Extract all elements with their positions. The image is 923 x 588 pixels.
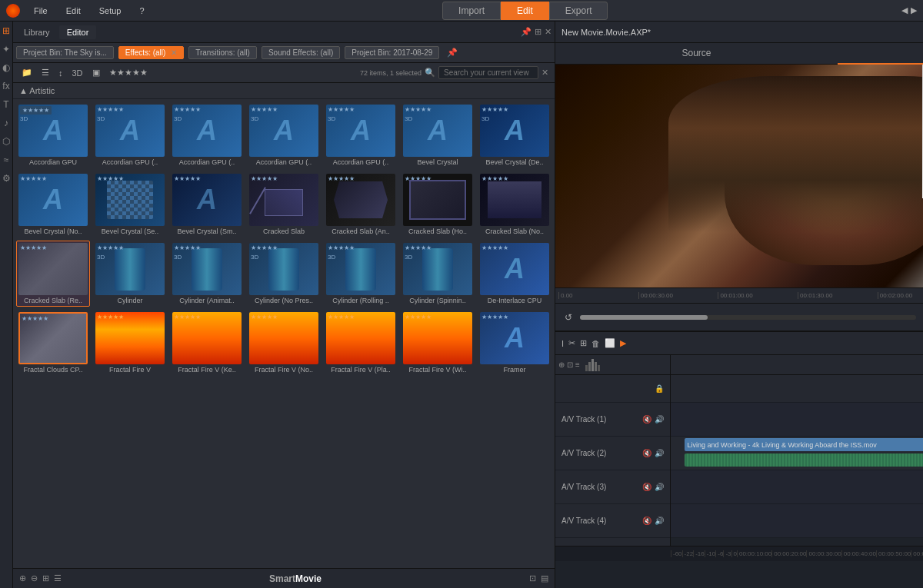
av3-volume-icon[interactable]: 🔊 [655,483,664,491]
effect-cylinder-spinnin[interactable]: ★★★★★ 3D Cylinder (Spinnin.. [401,241,475,307]
add-icon[interactable]: ⊕ [19,573,26,583]
panel-close-icon[interactable]: ✕ [545,27,551,37]
toggle-icon[interactable]: ▣ [90,67,102,78]
tl-tool-2[interactable]: ✂ [568,338,575,348]
av2-volume-icon[interactable]: 🔊 [655,449,664,457]
track-view-icon[interactable]: ≡ [575,360,580,369]
clip-living-video[interactable]: Living and Working - 4k Living & Working… [685,438,923,451]
nav-import[interactable]: Import [442,2,501,20]
effect-cylinder-animat[interactable]: ★★★★★ 3D Cylinder (Animat.. [170,241,244,307]
effect-name: Bevel Crystal (Se.. [95,228,165,235]
tab-editor[interactable]: Editor [59,25,97,39]
av2-mute-icon[interactable]: 🔇 [642,449,651,457]
nav-export[interactable]: Export [549,2,608,20]
menu-edit[interactable]: Edit [62,5,85,17]
nav-edit[interactable]: Edit [501,2,549,20]
effect-deinterlace[interactable]: ★★★★★ A De-Interlace CPU [478,241,551,307]
add-track-icon[interactable]: ⊕ [558,360,565,369]
menu-file[interactable]: File [29,5,52,17]
sort-icon[interactable]: ↕ [56,68,65,78]
effect-name: Cylinder [95,297,165,304]
effect-fractal-fire-3[interactable]: ★★★★★ Fractal Fire V (No.. [247,310,321,376]
av3-mute-icon[interactable]: 🔇 [642,483,651,491]
effect-name: Accordian GPU (.. [249,158,318,166]
effect-cracked-slab[interactable]: ★★★★★ Cracked Slab [247,171,321,238]
effect-framer[interactable]: ★★★★★ A Framer [478,310,551,376]
filter-project-bin[interactable]: Project Bin: The Sky is... [16,46,114,59]
effect-cracked-slab-re[interactable]: ★★★★★ Cracked Slab (Re.. [16,241,90,307]
effect-fractal-fire-5[interactable]: ★★★★★ Fractal Fire V (Wi.. [401,310,475,376]
tl-tool-4[interactable]: 🗑 [591,339,600,348]
effect-cracked-slab-an[interactable]: ★★★★★ Cracked Slab (An.. [324,171,398,238]
menu-help[interactable]: ? [135,5,148,17]
sidebar-fx-icon[interactable]: fx [0,80,12,92]
scrubber[interactable] [580,315,916,320]
menu-setup[interactable]: Setup [95,5,126,17]
sidebar-effects-icon[interactable]: ✦ [0,43,12,55]
sidebar-settings-icon[interactable]: ⚙ [0,172,12,184]
effect-bevel-crystal-no[interactable]: ★★★★★ A Bevel Crystal (No.. [16,171,90,238]
tab-library[interactable]: Library [16,25,58,39]
grid-icon[interactable]: ⊞ [42,573,49,583]
filter-project-bin2[interactable]: Project Bin: 2017-08-29 [345,46,439,59]
effect-bevel-crystal-sm[interactable]: ★★★★★ A Bevel Crystal (Sm.. [170,171,244,238]
clear-search-icon[interactable]: ✕ [541,68,548,78]
filter-pin-icon[interactable]: 📌 [447,48,458,58]
stars-filter[interactable]: ★★★★★ [107,67,150,78]
sidebar-music-icon[interactable]: ♪ [0,117,12,129]
effect-fractal-fire-2[interactable]: ★★★★★ Fractal Fire V (Ke.. [170,310,244,376]
folder-icon[interactable]: 📁 [19,67,35,78]
effect-fractal-fire-1[interactable]: ★★★★★ Fractal Fire V [93,310,167,376]
effect-fractal-clouds[interactable]: ★★★★★ Fractal Clouds CP.. [16,310,90,376]
sidebar-color-icon[interactable]: ◐ [0,61,12,74]
overlay-lock-icon[interactable]: 🔒 [655,384,664,393]
effect-accordian-gpu-4[interactable]: ★★★★★ 3D A Accordian GPU (.. [247,102,321,168]
effect-accordian-gpu-3[interactable]: ★★★★★ 3D A Accordian GPU (.. [170,102,244,168]
effect-bevel-crystal[interactable]: ★★★★★ 3D A Bevel Crystal [401,102,475,168]
av4-mute-icon[interactable]: 🔇 [642,517,651,525]
track-label-av2: A/V Track (2) 🔇 🔊 [555,437,670,470]
sm-icon2[interactable]: ▤ [541,573,548,583]
effect-cylinder-no[interactable]: ★★★★★ 3D Cylinder (No Pres.. [247,241,321,307]
menu-icon[interactable]: ☰ [54,573,62,583]
filter-sound-effects[interactable]: Sound Effects: (all) [262,46,340,59]
sm-icon1[interactable]: ⊡ [529,573,536,583]
effect-fractal-fire-4[interactable]: ★★★★★ Fractal Fire V (Pla.. [324,310,398,376]
av1-mute-icon[interactable]: 🔇 [642,415,651,424]
tab-timeline[interactable]: Timeline [838,43,923,65]
tl-tool-3[interactable]: ⊞ [580,338,587,348]
sidebar-audio-icon[interactable]: ≈ [0,154,12,166]
track-options-icon[interactable]: ⊡ [567,360,573,369]
effect-bevel-crystal-de[interactable]: ★★★★★ 3D A Bevel Crystal (De.. [478,102,551,168]
filter-transitions[interactable]: Transitions: (all) [188,46,257,59]
av1-volume-icon[interactable]: 🔊 [655,415,664,424]
search-input[interactable] [438,66,538,79]
clip-living-audio[interactable] [685,453,923,467]
left-panel: Library Editor 📌 ⊞ ✕ Project Bin: The Sk… [13,22,555,588]
effect-accordian-gpu-2[interactable]: ★★★★★ 3D A Accordian GPU (.. [93,102,167,168]
minus-icon[interactable]: ⊖ [31,573,38,583]
tab-source[interactable]: Source [555,43,838,65]
tl-tool-1[interactable]: I [561,339,564,348]
loop-icon[interactable]: ↺ [561,311,575,324]
panel-pin-icon[interactable]: 📌 [521,27,531,37]
list-view-icon[interactable]: ☰ [39,67,52,78]
panel-menu-icon[interactable]: ⊞ [535,27,541,37]
av4-volume-icon[interactable]: 🔊 [655,517,664,525]
effect-cracked-slab-no[interactable]: ★★★★★ Cracked Slab (No.. [478,171,551,238]
tl-tool-6[interactable]: ▶ [620,338,626,348]
effect-cylinder-rolling[interactable]: ★★★★★ 3D Cylinder (Rolling .. [324,241,398,307]
sidebar-title-icon[interactable]: T [0,98,12,111]
tl-tool-5[interactable]: ⬜ [605,338,615,348]
effect-bevel-crystal-se[interactable]: ★★★★★ Bevel Crystal (Se.. [93,171,167,238]
effect-accordian-gpu-5[interactable]: ★★★★★ 3D A Accordian GPU (.. [324,102,398,168]
filter-effects-close[interactable]: ✕ [171,48,177,57]
effect-cylinder[interactable]: ★★★★★ 3D Cylinder [93,241,167,307]
effect-cracked-slab-ho[interactable]: ★★★★★ Cracked Slab (Ho.. [401,171,475,238]
effect-name: Fractal Fire V (Wi.. [403,366,472,374]
filter-effects[interactable]: Effects: (all) ✕ [118,46,184,59]
scrubber-progress [580,315,708,320]
sidebar-library-icon[interactable]: ⊞ [0,25,12,37]
effect-accordian-gpu-1[interactable]: ★★★★★ 3D A Accordian GPU [16,102,90,168]
sidebar-transition-icon[interactable]: ⬡ [0,135,12,148]
